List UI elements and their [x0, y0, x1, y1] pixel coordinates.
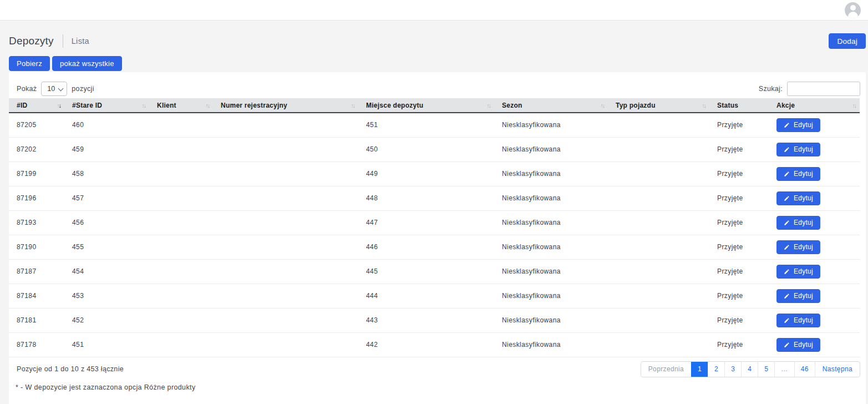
topbar: [0, 0, 868, 21]
sort-desc-icon: ↓: [854, 102, 856, 108]
pencil-icon: [784, 342, 790, 348]
cell-status: Przyjęte: [709, 210, 769, 235]
table-row: 87202459450NiesklasyfikowanaPrzyjęteEdyt…: [9, 137, 860, 161]
pagination-previous: Poprzednia: [641, 362, 691, 377]
column-header-numer-rejestracyjny[interactable]: Numer rejestracyjny↑↓: [213, 98, 358, 113]
edit-button-label: Edytuj: [794, 145, 813, 153]
table-footer: Pozycje od 1 do 10 z 453 łącznie Poprzed…: [9, 361, 866, 377]
sort-desc-icon: ↓: [144, 102, 145, 108]
page-header: Depozyty Lista Dodaj: [9, 33, 866, 49]
search-input[interactable]: [787, 82, 860, 96]
footnote: * - W depozycie jest zaznaczona opcja Ró…: [16, 383, 866, 391]
cell-numer-rejestracyjny: [213, 259, 358, 284]
pagination-next[interactable]: Następna: [815, 362, 860, 377]
cell-stare-id: 454: [64, 259, 149, 284]
cell-numer-rejestracyjny: [213, 161, 358, 186]
sort-desc-icon: ↓: [207, 102, 209, 108]
edit-button[interactable]: Edytuj: [776, 240, 820, 254]
sort-desc-icon: ↓: [489, 102, 490, 108]
page-title: Depozyty: [9, 35, 54, 47]
cell-sezon: Niesklasyfikowana: [494, 284, 608, 308]
cell-id: 87187: [9, 259, 64, 284]
table-row: 87190455446NiesklasyfikowanaPrzyjęteEdyt…: [9, 235, 860, 259]
cell-sezon: Niesklasyfikowana: [494, 235, 608, 259]
cell-klient: [149, 161, 213, 186]
table-row: 87205460451NiesklasyfikowanaPrzyjęteEdyt…: [9, 113, 860, 137]
column-header-miejsce-depozytu[interactable]: Miejsce depozytu↑↓: [358, 98, 494, 113]
search-control: Szukaj:: [759, 82, 860, 96]
cell-klient: [149, 332, 213, 357]
cell-akcje: Edytuj: [769, 113, 860, 137]
column-header-label: #Stare ID: [72, 102, 102, 109]
column-header-status: Status: [709, 98, 769, 113]
pencil-icon: [784, 147, 790, 153]
table-info: Pozycje od 1 do 10 z 453 łącznie: [17, 365, 124, 373]
cell-numer-rejestracyjny: [213, 186, 358, 210]
cell-miejsce-depozytu: 442: [358, 332, 494, 357]
pagination-page-46[interactable]: 46: [794, 362, 815, 377]
user-avatar-icon[interactable]: [845, 2, 861, 18]
edit-button[interactable]: Edytuj: [776, 118, 820, 132]
column-header-klient[interactable]: Klient↑↓: [149, 98, 213, 113]
cell-status: Przyjęte: [709, 308, 769, 332]
cell-akcje: Edytuj: [769, 332, 860, 357]
show-all-button[interactable]: pokaż wszystkie: [52, 56, 122, 71]
sort-arrows-icon: ↑↓: [852, 102, 856, 108]
cell-stare-id: 451: [64, 332, 149, 357]
cell-typ-pojazdu: [608, 332, 709, 357]
cell-id: 87181: [9, 308, 64, 332]
pagination-page-4[interactable]: 4: [741, 362, 758, 377]
edit-button-label: Edytuj: [794, 121, 813, 129]
cell-id: 87196: [9, 186, 64, 210]
cell-klient: [149, 259, 213, 284]
pagination-page-3[interactable]: 3: [724, 362, 741, 377]
edit-button[interactable]: Edytuj: [776, 314, 820, 327]
edit-button[interactable]: Edytuj: [776, 216, 820, 230]
column-header-stare-id[interactable]: #Stare ID↑↓: [64, 98, 149, 113]
cell-typ-pojazdu: [608, 308, 709, 332]
cell-sezon: Niesklasyfikowana: [494, 332, 608, 357]
pagination-page-5[interactable]: 5: [758, 362, 774, 377]
sort-arrows-icon: ↑↓: [142, 102, 146, 108]
edit-button[interactable]: Edytuj: [776, 143, 820, 156]
cell-stare-id: 459: [64, 137, 149, 161]
sort-desc-icon: ↓: [59, 102, 60, 108]
edit-button[interactable]: Edytuj: [776, 265, 820, 279]
cell-klient: [149, 284, 213, 308]
column-header-id[interactable]: #ID↑↓: [9, 98, 64, 113]
cell-klient: [149, 308, 213, 332]
pagination-page-2[interactable]: 2: [708, 362, 724, 377]
edit-button-label: Edytuj: [794, 341, 813, 349]
column-header-label: Klient: [157, 102, 176, 109]
cell-akcje: Edytuj: [769, 284, 860, 308]
sort-arrows-icon: ↑↓: [57, 102, 61, 108]
cell-klient: [149, 137, 213, 161]
search-label: Szukaj:: [759, 85, 783, 93]
page-length-select[interactable]: 10: [41, 82, 67, 96]
column-header-label: Typ pojazdu: [616, 102, 656, 109]
column-header-typ-pojazdu[interactable]: Typ pojazdu↑↓: [608, 98, 709, 113]
cell-typ-pojazdu: [608, 284, 709, 308]
main-content: Depozyty Lista Dodaj Pobierz pokaż wszys…: [0, 21, 868, 404]
table-row: 87187454445NiesklasyfikowanaPrzyjęteEdyt…: [9, 259, 860, 284]
cell-klient: [149, 186, 213, 210]
add-button[interactable]: Dodaj: [829, 33, 866, 49]
page-length-suffix: pozycji: [72, 85, 94, 93]
table-header-row: #ID↑↓#Stare ID↑↓Klient↑↓Numer rejestracy…: [9, 98, 860, 113]
column-header-akcje[interactable]: Akcje↑↓: [769, 98, 860, 113]
cell-sezon: Niesklasyfikowana: [494, 186, 608, 210]
column-header-label: #ID: [17, 102, 27, 109]
edit-button[interactable]: Edytuj: [776, 338, 820, 352]
cell-stare-id: 457: [64, 186, 149, 210]
column-header-sezon[interactable]: Sezon↑↓: [494, 98, 608, 113]
edit-button-label: Edytuj: [794, 194, 813, 202]
cell-status: Przyjęte: [709, 161, 769, 186]
edit-button[interactable]: Edytuj: [776, 167, 820, 181]
edit-button[interactable]: Edytuj: [776, 191, 820, 205]
download-button[interactable]: Pobierz: [9, 56, 50, 71]
edit-button-label: Edytuj: [794, 267, 813, 275]
cell-numer-rejestracyjny: [213, 137, 358, 161]
cell-status: Przyjęte: [709, 235, 769, 259]
cell-typ-pojazdu: [608, 137, 709, 161]
edit-button[interactable]: Edytuj: [776, 289, 820, 303]
